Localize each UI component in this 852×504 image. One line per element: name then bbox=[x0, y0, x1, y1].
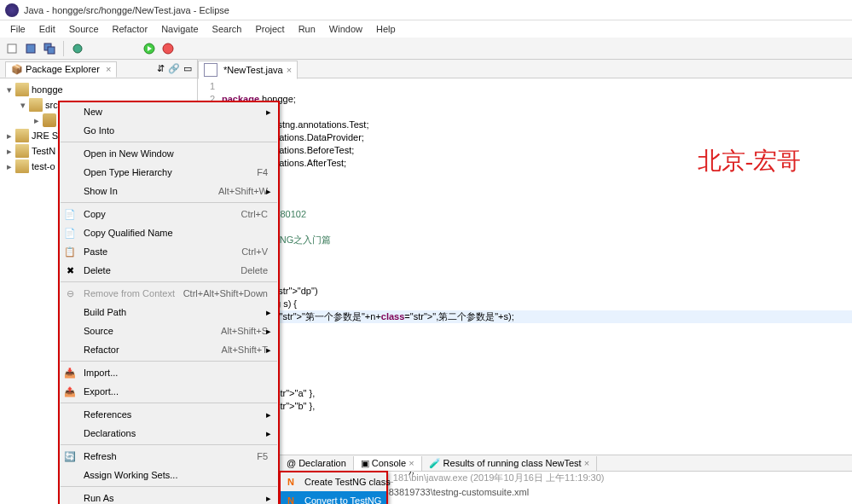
code-line[interactable]: 1 bbox=[198, 80, 852, 93]
code-line[interactable]: 15 bbox=[198, 259, 852, 272]
menu-item-open-in-new-window[interactable]: Open in New Window bbox=[60, 144, 278, 163]
minimize-icon[interactable]: ▭ bbox=[183, 63, 192, 74]
code-line[interactable]: 25] { 1, class="str">"a" }, bbox=[198, 387, 852, 400]
menu-item-export-[interactable]: 📤Export... bbox=[60, 382, 278, 401]
menu-navigate[interactable]: Navigate bbox=[154, 22, 205, 36]
menu-item-delete[interactable]: ✖DeleteDelete bbox=[60, 261, 278, 280]
close-icon[interactable]: × bbox=[287, 65, 292, 75]
menu-item-copy-qualified-name[interactable]: 📄Copy Qualified Name bbox=[60, 223, 278, 242]
menu-item-assign-working-sets-[interactable]: Assign Working Sets... bbox=[60, 466, 278, 484]
code-line[interactable]: 4import org.testng.annotations.Test; bbox=[198, 119, 852, 131]
bottom-tab-results-of-running-class-newtest[interactable]: 🧪Results of running class NewTest× bbox=[422, 456, 597, 471]
code-line[interactable]: 3 bbox=[198, 106, 852, 119]
import-icon: 📥 bbox=[63, 366, 77, 379]
code-line[interactable]: 18teger n, String s) { bbox=[198, 298, 852, 310]
run-button[interactable] bbox=[141, 40, 158, 57]
code-line[interactable]: 12 bbox=[198, 221, 852, 234]
svg-rect-1 bbox=[26, 44, 35, 53]
menu-item-source[interactable]: SourceAlt+Shift+S▸ bbox=[60, 322, 278, 340]
code-line[interactable]: 5 .annotations.DataProvider; bbox=[198, 131, 852, 144]
testng-submenu[interactable]: NCreate TestNG classNConvert to TestNG bbox=[279, 471, 388, 504]
menu-item-refresh[interactable]: 🔄RefreshF5 bbox=[60, 447, 278, 466]
tree-label: src bbox=[45, 100, 58, 110]
code-line[interactable]: 27 bbox=[198, 413, 852, 426]
twisty-icon[interactable]: ▸ bbox=[3, 146, 15, 157]
refresh-icon: 🔄 bbox=[63, 449, 77, 463]
code-line[interactable]: 14 bbox=[198, 246, 852, 259]
menu-item-open-type-hierarchy[interactable]: Open Type HierarchyF4 bbox=[60, 163, 278, 182]
close-icon[interactable]: × bbox=[106, 64, 111, 74]
code-line[interactable]: 16est { bbox=[198, 272, 852, 285]
collapse-all-icon[interactable]: ⇵ bbox=[157, 63, 165, 74]
code-line[interactable]: 2package hongge; bbox=[198, 93, 852, 106]
debug-button[interactable] bbox=[69, 40, 86, 57]
submenu-arrow-icon: ▸ bbox=[266, 428, 271, 439]
menu-item-create-testng-class[interactable]: NCreate TestNG class bbox=[281, 472, 386, 491]
bottom-tab-declaration[interactable]: @Declaration bbox=[280, 456, 354, 470]
coverage-button[interactable] bbox=[159, 40, 177, 57]
tree-label: test-o bbox=[32, 161, 55, 171]
close-icon[interactable]: × bbox=[584, 458, 589, 468]
code-line[interactable]: 19println(class="str">"第一个参数是"+n+class="… bbox=[198, 310, 852, 323]
menu-item-label: Copy Qualified Name bbox=[84, 228, 173, 238]
code-line[interactable]: 24ject[][] { bbox=[198, 374, 852, 387]
package-explorer-tab[interactable]: 📦 Package Explorer × bbox=[5, 61, 117, 78]
menu-edit[interactable]: Edit bbox=[32, 22, 62, 36]
twisty-icon[interactable]: ▾ bbox=[17, 100, 29, 111]
editor-tab-newtest[interactable]: *NewTest.java × bbox=[198, 61, 298, 79]
menu-refactor[interactable]: Refactor bbox=[106, 22, 155, 36]
save-all-button[interactable] bbox=[41, 40, 58, 57]
twisty-icon[interactable]: ▸ bbox=[3, 130, 15, 142]
menu-item-show-in[interactable]: Show InAlt+Shift+W▸ bbox=[60, 182, 278, 200]
menu-help[interactable]: Help bbox=[369, 22, 403, 36]
srcfolder-icon bbox=[29, 98, 43, 112]
menu-item-copy[interactable]: 📄CopyCtrl+C bbox=[60, 205, 278, 223]
menu-window[interactable]: Window bbox=[322, 22, 369, 36]
code-line[interactable]: 10 bbox=[198, 195, 852, 208]
code-line[interactable]: 26] { 2, class="str">"b" }, bbox=[198, 400, 852, 413]
code-line[interactable]: 23[] dp() { bbox=[198, 362, 852, 374]
menu-item-paste[interactable]: 📋PasteCtrl+V bbox=[60, 242, 278, 261]
menu-source[interactable]: Source bbox=[62, 22, 106, 36]
menu-item-run-as[interactable]: Run As▸ bbox=[60, 489, 278, 504]
code-line[interactable]: 21 bbox=[198, 336, 852, 349]
save-button[interactable] bbox=[22, 40, 39, 57]
menu-item-build-path[interactable]: Build Path▸ bbox=[60, 303, 278, 322]
bottom-tab-console[interactable]: ▣Console× bbox=[354, 456, 422, 471]
menu-item-references[interactable]: References▸ bbox=[60, 405, 278, 424]
twisty-icon[interactable]: ▾ bbox=[3, 84, 15, 96]
menu-item-convert-to-testng[interactable]: NConvert to TestNG bbox=[281, 491, 386, 504]
code-line[interactable]: 29 bbox=[198, 438, 852, 451]
code-line[interactable]: 28 bbox=[198, 426, 852, 438]
submenu-arrow-icon: ▸ bbox=[266, 409, 271, 420]
code-line[interactable]: 9哥 bbox=[198, 182, 852, 195]
tree-label: hongge bbox=[32, 84, 63, 95]
code-line[interactable]: 13框架-01 - TestNG之入门篇 bbox=[198, 234, 852, 246]
submenu-arrow-icon: ▸ bbox=[266, 186, 271, 197]
code-line[interactable]: 20 bbox=[198, 323, 852, 336]
close-icon[interactable]: × bbox=[409, 458, 414, 468]
menu-search[interactable]: Search bbox=[206, 22, 249, 36]
code-editor[interactable]: 12package hongge;34import org.testng.ann… bbox=[198, 78, 852, 504]
twisty-icon[interactable]: ▸ bbox=[31, 115, 43, 126]
bottom-view-tabs: @Declaration▣Console×🧪Results of running… bbox=[280, 455, 852, 472]
menu-project[interactable]: Project bbox=[248, 22, 291, 36]
menu-item-go-into[interactable]: Go Into bbox=[60, 121, 278, 140]
code-line[interactable]: 11交流群：694280102 bbox=[198, 208, 852, 221]
menu-item-refactor[interactable]: RefactorAlt+Shift+T▸ bbox=[60, 340, 278, 359]
link-editor-icon[interactable]: 🔗 bbox=[168, 63, 180, 74]
menu-item-new[interactable]: New▸ bbox=[60, 102, 278, 121]
menu-item-label: Open in New Window bbox=[84, 148, 174, 159]
menu-item-label: References bbox=[84, 409, 131, 420]
new-button[interactable] bbox=[3, 40, 20, 57]
tree-item-hongge[interactable]: ▾hongge bbox=[0, 82, 197, 97]
menu-item-declarations[interactable]: Declarations▸ bbox=[60, 424, 278, 443]
context-menu[interactable]: New▸Go IntoOpen in New WindowOpen Type H… bbox=[58, 101, 280, 504]
code-line[interactable]: 22 bbox=[198, 349, 852, 362]
menu-item-import-[interactable]: 📥Import... bbox=[60, 363, 278, 382]
menu-file[interactable]: File bbox=[3, 22, 32, 36]
package-icon bbox=[43, 113, 56, 127]
code-line[interactable]: 17der = class="str">"dp") bbox=[198, 285, 852, 298]
menu-run[interactable]: Run bbox=[292, 22, 322, 36]
twisty-icon[interactable]: ▸ bbox=[3, 161, 15, 172]
